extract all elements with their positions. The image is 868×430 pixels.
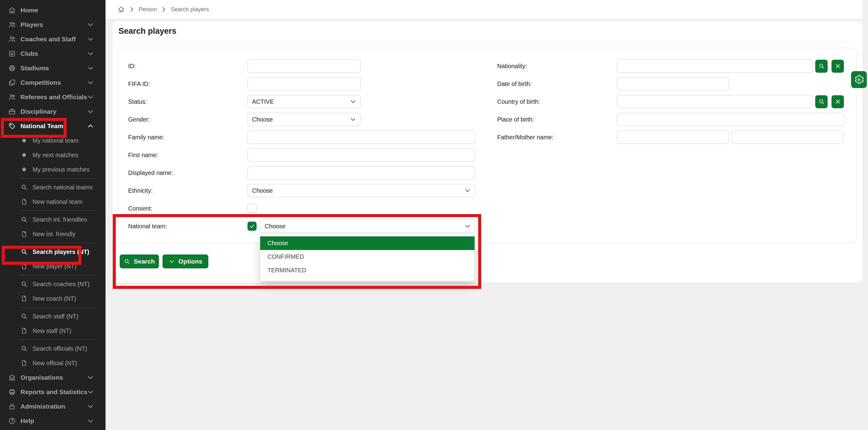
sidebar-item-label: New coach (NT) xyxy=(33,295,76,302)
star-icon xyxy=(21,137,28,144)
field-label: Family name: xyxy=(128,134,248,141)
field-label: Displayed name: xyxy=(128,170,248,176)
breadcrumb-item-person[interactable]: Person xyxy=(139,6,157,13)
consent-checkbox[interactable] xyxy=(248,204,256,213)
check-icon xyxy=(249,223,255,229)
sidebar-item-label: New national team xyxy=(33,198,83,205)
chevron-down-icon xyxy=(87,50,94,58)
options-button-label: Options xyxy=(179,258,202,265)
sidebar-item-new-coach-nt[interactable]: New coach (NT) xyxy=(0,291,105,306)
sidebar-item-search-players-nt[interactable]: Search players (NT) xyxy=(0,245,105,259)
national-team-checkbox[interactable] xyxy=(248,222,256,231)
father-mother-name-input-2[interactable] xyxy=(732,130,844,144)
club-icon xyxy=(8,50,16,58)
nationality-clear-button[interactable] xyxy=(832,60,844,73)
sidebar-item-search-coaches-nt[interactable]: Search coaches (NT) xyxy=(0,277,105,291)
chevron-down-icon xyxy=(349,98,356,105)
sidebar-item-administration[interactable]: Administration xyxy=(0,399,105,414)
nationality-input[interactable] xyxy=(617,59,813,73)
page-title: Search players xyxy=(119,27,176,36)
star-icon xyxy=(21,151,28,159)
chevron-down-icon xyxy=(349,116,356,123)
sidebar-item-reports-and-statistics[interactable]: Reports and Statistics xyxy=(0,385,105,399)
sidebar-item-search-officials-nt[interactable]: Search officials (NT) xyxy=(0,341,105,356)
country-of-birth-search-button[interactable] xyxy=(815,95,828,108)
sidebar-item-my-previous-matches[interactable]: My previous matches xyxy=(0,162,105,177)
sidebar-item-clubs[interactable]: Clubs xyxy=(0,47,105,61)
family-name-input[interactable] xyxy=(248,130,475,144)
sidebar-item-search-int-friendlies[interactable]: Search int. friendlies xyxy=(0,212,105,227)
sidebar-item-new-national-team[interactable]: New national team xyxy=(0,194,105,209)
file-icon xyxy=(21,295,28,302)
place-of-birth-input[interactable] xyxy=(617,113,844,126)
dropdown-option-confirmed[interactable]: CONFIRMED xyxy=(260,250,474,264)
xmark-icon xyxy=(835,98,841,105)
sidebar-item-players[interactable]: Players xyxy=(0,18,105,32)
field-label: Place of birth: xyxy=(497,116,617,123)
sidebar-item-home[interactable]: Home xyxy=(0,3,105,18)
sidebar-item-help[interactable]: Help xyxy=(0,414,105,428)
date-of-birth-input[interactable] xyxy=(617,77,729,90)
form-row-date-of-birth: Date of birth: xyxy=(497,77,729,90)
sidebar-item-new-int-friendly[interactable]: New int. friendly xyxy=(0,227,105,241)
sidebar-item-search-national-teams[interactable]: Search national teams xyxy=(0,180,105,194)
sidebar-item-referees-and-officials[interactable]: Referees and Officials xyxy=(0,90,105,104)
chevron-down-icon xyxy=(87,79,94,87)
dropdown-option-terminated[interactable]: TERMINATED xyxy=(260,264,474,277)
fifa-id-input[interactable] xyxy=(248,77,361,90)
dropdown-option-choose[interactable]: Choose xyxy=(260,237,474,250)
printer-icon xyxy=(8,388,16,396)
sidebar-item-search-staff-nt[interactable]: Search staff (NT) xyxy=(0,309,105,324)
id-input[interactable] xyxy=(248,59,361,73)
search-icon xyxy=(818,63,825,69)
xmark-icon xyxy=(835,63,841,69)
sidebar-item-my-next-matches[interactable]: My next matches xyxy=(0,148,105,162)
country-of-birth-input[interactable] xyxy=(617,95,813,108)
breadcrumb-item-search-players[interactable]: Search players xyxy=(170,6,209,13)
gender-select[interactable]: Choose xyxy=(248,113,361,126)
status-select[interactable]: ACTIVE xyxy=(248,95,361,108)
sidebar-item-new-official-nt[interactable]: New official (NT) xyxy=(0,356,105,370)
sidebar-item-disciplinary[interactable]: Disciplinary xyxy=(0,104,105,119)
sidebar-item-label: National Teams xyxy=(21,122,67,130)
sidebar-item-new-player-nt[interactable]: New player (NT) xyxy=(0,259,105,274)
field-label: FIFA ID: xyxy=(128,81,248,87)
form-row-family-name: Family name: xyxy=(128,130,475,144)
chevron-down-icon xyxy=(87,108,94,116)
sidebar-item-competitions[interactable]: Competitions xyxy=(0,75,105,90)
options-button[interactable]: Options xyxy=(162,254,208,268)
sidebar-item-new-staff-nt[interactable]: New staff (NT) xyxy=(0,324,105,338)
nationality-search-button[interactable] xyxy=(815,60,828,73)
sidebar-item-coaches-and-staff[interactable]: Coaches and Staff xyxy=(0,32,105,47)
sidebar-item-stadiums[interactable]: Stadiums xyxy=(0,61,105,75)
chevron-down-icon xyxy=(464,222,471,230)
sidebar-item-label: Search national teams xyxy=(33,184,93,191)
sidebar-item-label: Search int. friendlies xyxy=(33,216,87,223)
search-button[interactable]: Search xyxy=(120,254,159,268)
country-of-birth-clear-button[interactable] xyxy=(832,95,844,108)
sidebar-item-my-national-team[interactable]: My national team xyxy=(0,133,105,148)
first-name-input[interactable] xyxy=(248,148,475,162)
sidebar-item-label: Players xyxy=(21,21,43,28)
sidebar-item-national-teams[interactable]: National Teams xyxy=(0,119,105,133)
settings-flyout-button[interactable] xyxy=(851,71,867,88)
field-label: Consent: xyxy=(128,205,248,212)
users-icon xyxy=(8,93,16,101)
national-team-select-value: Choose xyxy=(265,223,285,230)
form-row-place-of-birth: Place of birth: xyxy=(497,113,844,126)
sidebar-item-label: Search coaches (NT) xyxy=(33,281,90,288)
sidebar-item-organisations[interactable]: Organisations xyxy=(0,370,105,385)
field-label: Country of birth: xyxy=(497,98,617,105)
chevron-down-icon xyxy=(87,417,94,425)
search-icon xyxy=(21,345,28,352)
search-icon xyxy=(21,216,28,223)
national-team-select[interactable]: Choose xyxy=(260,219,475,233)
chevron-down-icon xyxy=(87,21,94,29)
ethnicity-select[interactable]: Choose xyxy=(248,184,475,197)
field-label: Date of birth: xyxy=(497,81,617,87)
form-row-gender: Gender:Choose xyxy=(128,113,361,126)
father-mother-name-input-1[interactable] xyxy=(617,130,729,144)
home-icon[interactable] xyxy=(118,6,125,13)
displayed-name-input[interactable] xyxy=(248,166,475,179)
chevron-down-icon xyxy=(87,388,94,396)
